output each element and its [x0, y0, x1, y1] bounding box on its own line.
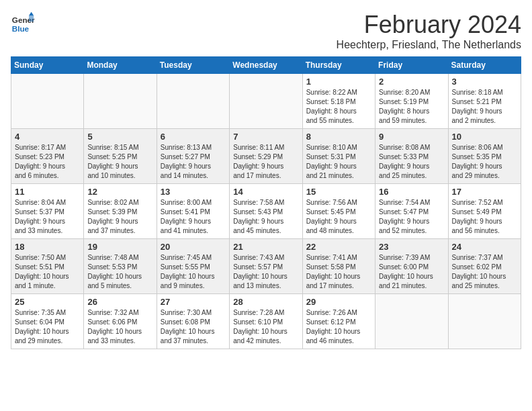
day-number: 24	[452, 242, 517, 252]
calendar-table: SundayMondayTuesdayWednesdayThursdayFrid…	[11, 56, 521, 349]
day-number: 23	[379, 242, 444, 252]
day-info: Sunrise: 8:10 AM Sunset: 5:31 PM Dayligh…	[306, 143, 371, 181]
day-cell: 1Sunrise: 8:22 AM Sunset: 5:18 PM Daylig…	[302, 74, 375, 129]
header-row: SundayMondayTuesdayWednesdayThursdayFrid…	[11, 57, 521, 74]
day-cell: 15Sunrise: 7:56 AM Sunset: 5:45 PM Dayli…	[302, 184, 375, 239]
day-cell: 5Sunrise: 8:15 AM Sunset: 5:25 PM Daylig…	[84, 129, 157, 184]
day-number: 19	[87, 242, 152, 252]
day-cell	[448, 294, 521, 349]
day-info: Sunrise: 7:48 AM Sunset: 5:53 PM Dayligh…	[87, 253, 152, 291]
day-number: 26	[87, 297, 152, 307]
day-info: Sunrise: 8:22 AM Sunset: 5:18 PM Dayligh…	[306, 88, 371, 126]
day-info: Sunrise: 8:00 AM Sunset: 5:41 PM Dayligh…	[161, 198, 226, 236]
day-info: Sunrise: 7:45 AM Sunset: 5:55 PM Dayligh…	[161, 253, 226, 291]
day-cell: 23Sunrise: 7:39 AM Sunset: 6:00 PM Dayli…	[375, 239, 448, 294]
day-info: Sunrise: 7:30 AM Sunset: 6:08 PM Dayligh…	[161, 308, 226, 346]
day-number: 18	[15, 242, 80, 252]
day-info: Sunrise: 8:15 AM Sunset: 5:25 PM Dayligh…	[87, 143, 152, 181]
svg-marker-2	[29, 12, 34, 15]
day-number: 1	[306, 77, 371, 87]
day-info: Sunrise: 7:56 AM Sunset: 5:45 PM Dayligh…	[306, 198, 371, 236]
week-row-5: 25Sunrise: 7:35 AM Sunset: 6:04 PM Dayli…	[11, 294, 521, 349]
day-info: Sunrise: 7:41 AM Sunset: 5:58 PM Dayligh…	[306, 253, 371, 291]
day-info: Sunrise: 7:43 AM Sunset: 5:57 PM Dayligh…	[233, 253, 298, 291]
day-cell: 12Sunrise: 8:02 AM Sunset: 5:39 PM Dayli…	[84, 184, 157, 239]
day-number: 20	[161, 242, 226, 252]
day-cell: 19Sunrise: 7:48 AM Sunset: 5:53 PM Dayli…	[84, 239, 157, 294]
day-number: 25	[15, 297, 80, 307]
day-cell: 2Sunrise: 8:20 AM Sunset: 5:19 PM Daylig…	[375, 74, 448, 129]
logo: General Blue	[11, 11, 35, 35]
day-number: 27	[161, 297, 226, 307]
day-info: Sunrise: 7:35 AM Sunset: 6:04 PM Dayligh…	[15, 308, 80, 346]
week-row-3: 11Sunrise: 8:04 AM Sunset: 5:37 PM Dayli…	[11, 184, 521, 239]
day-info: Sunrise: 8:04 AM Sunset: 5:37 PM Dayligh…	[15, 198, 80, 236]
day-cell: 4Sunrise: 8:17 AM Sunset: 5:23 PM Daylig…	[11, 129, 84, 184]
week-row-4: 18Sunrise: 7:50 AM Sunset: 5:51 PM Dayli…	[11, 239, 521, 294]
day-info: Sunrise: 7:26 AM Sunset: 6:12 PM Dayligh…	[306, 308, 371, 346]
day-info: Sunrise: 8:20 AM Sunset: 5:19 PM Dayligh…	[379, 88, 444, 126]
day-cell: 25Sunrise: 7:35 AM Sunset: 6:04 PM Dayli…	[11, 294, 84, 349]
day-cell: 9Sunrise: 8:08 AM Sunset: 5:33 PM Daylig…	[375, 129, 448, 184]
col-header-thursday: Thursday	[302, 57, 375, 74]
month-title: February 2024	[337, 11, 521, 39]
day-cell: 22Sunrise: 7:41 AM Sunset: 5:58 PM Dayli…	[302, 239, 375, 294]
day-cell: 17Sunrise: 7:52 AM Sunset: 5:49 PM Dayli…	[448, 184, 521, 239]
day-cell: 6Sunrise: 8:13 AM Sunset: 5:27 PM Daylig…	[157, 129, 229, 184]
day-number: 15	[306, 187, 371, 197]
day-number: 13	[161, 187, 226, 197]
day-number: 16	[379, 187, 444, 197]
day-info: Sunrise: 8:11 AM Sunset: 5:29 PM Dayligh…	[233, 143, 298, 181]
svg-marker-3	[29, 15, 34, 21]
day-cell: 24Sunrise: 7:37 AM Sunset: 6:02 PM Dayli…	[448, 239, 521, 294]
col-header-monday: Monday	[84, 57, 157, 74]
day-info: Sunrise: 7:32 AM Sunset: 6:06 PM Dayligh…	[87, 308, 152, 346]
day-number: 8	[306, 132, 371, 142]
col-header-friday: Friday	[375, 57, 448, 74]
day-cell: 8Sunrise: 8:10 AM Sunset: 5:31 PM Daylig…	[302, 129, 375, 184]
day-cell: 20Sunrise: 7:45 AM Sunset: 5:55 PM Dayli…	[157, 239, 229, 294]
day-info: Sunrise: 7:54 AM Sunset: 5:47 PM Dayligh…	[379, 198, 444, 236]
day-number: 3	[452, 77, 517, 87]
day-number: 14	[233, 187, 298, 197]
day-cell: 18Sunrise: 7:50 AM Sunset: 5:51 PM Dayli…	[11, 239, 84, 294]
day-cell: 29Sunrise: 7:26 AM Sunset: 6:12 PM Dayli…	[302, 294, 375, 349]
day-cell: 13Sunrise: 8:00 AM Sunset: 5:41 PM Dayli…	[157, 184, 229, 239]
day-number: 22	[306, 242, 371, 252]
day-cell: 14Sunrise: 7:58 AM Sunset: 5:43 PM Dayli…	[230, 184, 302, 239]
day-info: Sunrise: 7:37 AM Sunset: 6:02 PM Dayligh…	[452, 253, 517, 291]
day-cell	[375, 294, 448, 349]
day-cell	[230, 74, 302, 129]
day-info: Sunrise: 8:17 AM Sunset: 5:23 PM Dayligh…	[15, 143, 80, 181]
day-cell: 26Sunrise: 7:32 AM Sunset: 6:06 PM Dayli…	[84, 294, 157, 349]
day-cell: 16Sunrise: 7:54 AM Sunset: 5:47 PM Dayli…	[375, 184, 448, 239]
day-cell: 28Sunrise: 7:28 AM Sunset: 6:10 PM Dayli…	[230, 294, 302, 349]
week-row-1: 1Sunrise: 8:22 AM Sunset: 5:18 PM Daylig…	[11, 74, 521, 129]
day-info: Sunrise: 8:08 AM Sunset: 5:33 PM Dayligh…	[379, 143, 444, 181]
day-number: 10	[452, 132, 517, 142]
day-cell: 27Sunrise: 7:30 AM Sunset: 6:08 PM Dayli…	[157, 294, 229, 349]
day-number: 4	[15, 132, 80, 142]
day-number: 11	[15, 187, 80, 197]
day-number: 29	[306, 297, 371, 307]
day-cell	[157, 74, 229, 129]
col-header-saturday: Saturday	[448, 57, 521, 74]
page-header: General Blue February 2024 Heechterp, Fr…	[11, 11, 521, 51]
svg-text:Blue: Blue	[12, 24, 30, 33]
col-header-tuesday: Tuesday	[157, 57, 229, 74]
col-header-sunday: Sunday	[11, 57, 84, 74]
day-info: Sunrise: 7:28 AM Sunset: 6:10 PM Dayligh…	[233, 308, 298, 346]
day-info: Sunrise: 7:50 AM Sunset: 5:51 PM Dayligh…	[15, 253, 80, 291]
day-number: 6	[161, 132, 226, 142]
location-subtitle: Heechterp, Friesland, The Netherlands	[337, 39, 521, 51]
day-info: Sunrise: 8:18 AM Sunset: 5:21 PM Dayligh…	[452, 88, 517, 126]
day-cell: 3Sunrise: 8:18 AM Sunset: 5:21 PM Daylig…	[448, 74, 521, 129]
day-cell: 10Sunrise: 8:06 AM Sunset: 5:35 PM Dayli…	[448, 129, 521, 184]
day-info: Sunrise: 7:39 AM Sunset: 6:00 PM Dayligh…	[379, 253, 444, 291]
day-number: 17	[452, 187, 517, 197]
day-cell	[84, 74, 157, 129]
title-block: February 2024 Heechterp, Friesland, The …	[337, 11, 521, 51]
day-number: 2	[379, 77, 444, 87]
day-cell: 21Sunrise: 7:43 AM Sunset: 5:57 PM Dayli…	[230, 239, 302, 294]
day-number: 28	[233, 297, 298, 307]
